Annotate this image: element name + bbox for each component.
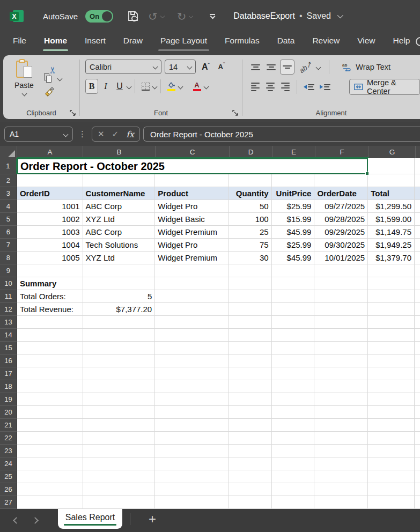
italic-button[interactable]: I xyxy=(99,79,112,94)
cell[interactable] xyxy=(155,406,229,419)
row-header-18[interactable]: 18 xyxy=(0,380,17,393)
cell-D6[interactable]: 25 xyxy=(229,226,272,239)
cell[interactable] xyxy=(368,329,415,342)
tab-page-layout[interactable]: Page Layout xyxy=(160,36,207,48)
bottom-align-button[interactable] xyxy=(280,60,294,75)
cell-B7[interactable]: Tech Solutions xyxy=(83,239,156,252)
cell[interactable] xyxy=(314,342,368,354)
cell[interactable] xyxy=(368,367,415,380)
cell-G2[interactable] xyxy=(368,174,415,187)
cell[interactable] xyxy=(83,354,156,367)
cell-G3[interactable]: Total xyxy=(368,187,415,200)
tab-formulas[interactable]: Formulas xyxy=(225,36,260,48)
cell-F11[interactable] xyxy=(314,290,368,303)
align-right-button[interactable] xyxy=(279,79,292,94)
cell[interactable] xyxy=(155,445,229,457)
cell-A12[interactable]: Total Revenue: xyxy=(17,303,83,316)
cell-B12[interactable]: $7,377.20 xyxy=(83,303,156,316)
tab-view[interactable]: View xyxy=(357,36,375,48)
cell[interactable] xyxy=(17,496,83,509)
cell[interactable] xyxy=(155,393,229,406)
chevron-down-icon[interactable] xyxy=(57,76,63,81)
cell-A7[interactable]: 1004 xyxy=(17,239,83,252)
cell-E6[interactable]: $45.99 xyxy=(272,226,315,239)
autosave-toggle[interactable]: On xyxy=(85,10,113,23)
cell[interactable] xyxy=(17,432,83,445)
row-header-25[interactable]: 25 xyxy=(0,470,17,483)
cell-F7[interactable]: 09/30/2025 xyxy=(314,239,368,252)
cell[interactable] xyxy=(229,316,272,329)
cell-C11[interactable] xyxy=(155,290,229,303)
cell[interactable] xyxy=(415,457,420,470)
row-header-23[interactable]: 23 xyxy=(0,445,17,457)
cell-D3[interactable]: Quantity xyxy=(229,187,272,200)
cell-E10[interactable] xyxy=(272,277,315,290)
cell[interactable] xyxy=(368,483,415,496)
column-header-H-partial[interactable] xyxy=(416,146,420,158)
cell-H1[interactable] xyxy=(415,158,420,174)
cell-G5[interactable]: $1,599.00 xyxy=(368,213,415,226)
cell[interactable] xyxy=(314,316,368,329)
cell[interactable] xyxy=(314,470,368,483)
cell[interactable] xyxy=(17,380,83,393)
cell-D5[interactable]: 100 xyxy=(229,213,272,226)
fill-color-button[interactable] xyxy=(165,79,178,94)
document-title[interactable]: DatabaseExport • Saved xyxy=(233,11,342,21)
cell[interactable] xyxy=(83,406,156,419)
row-header-22[interactable]: 22 xyxy=(0,432,17,445)
cell-H6[interactable] xyxy=(415,226,420,239)
cell[interactable] xyxy=(229,342,272,354)
cell[interactable] xyxy=(272,342,315,354)
row-header-20[interactable]: 20 xyxy=(0,406,17,419)
cell[interactable] xyxy=(83,445,156,457)
cell-A3[interactable]: OrderID xyxy=(17,187,83,200)
cell[interactable] xyxy=(415,483,420,496)
cell-F2[interactable] xyxy=(314,174,368,187)
font-dialog-launcher-icon[interactable] xyxy=(232,110,239,116)
cell-G1[interactable] xyxy=(368,158,415,174)
align-left-button[interactable] xyxy=(249,79,262,94)
cell-G10[interactable] xyxy=(368,277,415,290)
cell-H12[interactable] xyxy=(415,303,420,316)
cell[interactable] xyxy=(272,470,315,483)
cell[interactable] xyxy=(368,457,415,470)
cell[interactable] xyxy=(83,457,156,470)
wrap-text-button[interactable]: ab Wrap Text xyxy=(338,61,395,73)
cell[interactable] xyxy=(415,380,420,393)
cell[interactable] xyxy=(368,470,415,483)
sheet-tab-sales-report[interactable]: Sales Report xyxy=(58,509,122,529)
cell-G7[interactable]: $1,949.25 xyxy=(368,239,415,252)
cell[interactable] xyxy=(272,483,315,496)
cell[interactable] xyxy=(368,380,415,393)
cell-E9[interactable] xyxy=(272,264,315,277)
cell[interactable] xyxy=(229,380,272,393)
cell-G12[interactable] xyxy=(368,303,415,316)
cell[interactable] xyxy=(83,342,156,354)
save-icon[interactable] xyxy=(127,10,139,23)
cell[interactable] xyxy=(415,354,420,367)
cell[interactable] xyxy=(415,470,420,483)
add-sheet-button[interactable]: + xyxy=(149,510,156,528)
cell[interactable] xyxy=(155,457,229,470)
cell-G4[interactable]: $1,299.50 xyxy=(368,200,415,213)
tab-review[interactable]: Review xyxy=(312,36,340,48)
cell[interactable] xyxy=(229,445,272,457)
cell-C5[interactable]: Widget Basic xyxy=(155,213,229,226)
row-header-12[interactable]: 12 xyxy=(0,303,17,316)
redo-button[interactable]: ↻ xyxy=(177,11,201,22)
cell[interactable] xyxy=(272,316,315,329)
cell-D9[interactable] xyxy=(229,264,272,277)
row-header-8[interactable]: 8 xyxy=(0,252,17,264)
cell[interactable] xyxy=(155,483,229,496)
cell-H2[interactable] xyxy=(415,174,420,187)
cell-B2[interactable] xyxy=(83,174,156,187)
borders-button[interactable] xyxy=(139,79,152,94)
cell[interactable] xyxy=(368,419,415,432)
cell[interactable] xyxy=(272,406,315,419)
cell[interactable] xyxy=(83,432,156,445)
row-header-16[interactable]: 16 xyxy=(0,354,17,367)
cell-B6[interactable]: ABC Corp xyxy=(83,226,156,239)
row-header-2[interactable]: 2 xyxy=(0,174,17,187)
cell-C8[interactable]: Widget Premium xyxy=(155,252,229,264)
row-header-24[interactable]: 24 xyxy=(0,457,17,470)
